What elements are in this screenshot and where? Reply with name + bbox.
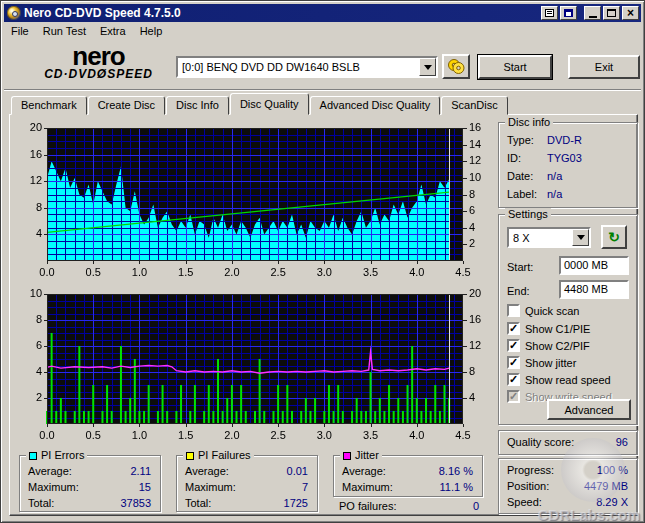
quality-score-label: Quality score: <box>507 436 574 448</box>
pi-errors-title: PI Errors <box>41 449 84 462</box>
pif-maximum-value: 7 <box>302 481 308 493</box>
pif-maximum-label: Maximum: <box>185 481 236 493</box>
advanced-button[interactable]: Advanced <box>547 399 631 420</box>
checkbox-show-read-speed[interactable]: Show read speed <box>507 372 611 387</box>
pie-average-label: Average: <box>28 465 72 477</box>
disc-id-value: TYG03 <box>547 152 582 164</box>
menu-run-test[interactable]: Run Test <box>36 23 93 39</box>
menu-extra[interactable]: Extra <box>93 23 133 39</box>
checkbox-icon <box>507 390 520 403</box>
pi-errors-group: PI Errors Average:2.11 Maximum:15 Total:… <box>19 455 161 512</box>
checkbox-icon[interactable] <box>507 373 520 386</box>
chevron-down-icon <box>424 65 432 70</box>
position-label: Position: <box>507 480 549 492</box>
checkbox-show-jitter[interactable]: Show jitter <box>507 355 576 370</box>
nero-logo-text: nero <box>31 45 166 67</box>
tab-benchmark[interactable]: Benchmark <box>11 96 87 115</box>
tab-scandisc[interactable]: ScanDisc <box>441 96 507 115</box>
maximize-button[interactable] <box>603 6 620 20</box>
jitter-average-label: Average: <box>342 465 386 477</box>
disc-date-label: Date: <box>507 170 533 182</box>
checkbox-show-c1-pie[interactable]: Show C1/PIE <box>507 321 590 336</box>
checkbox-icon[interactable] <box>507 339 520 352</box>
save-button[interactable] <box>560 6 577 20</box>
po-failures-row: PO failures: 0 <box>339 500 483 512</box>
minimize-icon <box>589 16 597 18</box>
disc-type-label: Type: <box>507 134 534 146</box>
refresh-button[interactable]: ↻ <box>601 225 627 249</box>
settings-title: Settings <box>505 208 551 221</box>
end-position-input[interactable]: 4480 MB <box>559 280 629 299</box>
progress-group: Progress:100 % Position:4479 MB Speed:8.… <box>498 458 638 514</box>
pi-errors-swatch-icon <box>29 452 37 460</box>
menu-bar: File Run Test Extra Help <box>4 22 641 40</box>
jitter-group: Jitter Average:8.16 % Maximum:11.1 % <box>333 455 483 497</box>
menu-file[interactable]: File <box>4 23 36 39</box>
checkbox-quick-scan[interactable]: Quick scan <box>507 303 579 318</box>
report-icon <box>545 9 554 17</box>
burn-tool-button[interactable] <box>442 54 470 79</box>
progress-value: 100 % <box>597 464 628 476</box>
pi-failures-swatch-icon <box>186 452 194 460</box>
jitter-swatch-icon <box>343 452 351 460</box>
po-failures-label: PO failures: <box>339 500 396 512</box>
start-button[interactable]: Start <box>478 55 552 79</box>
nero-logo: nero CD·DVDØSPEED <box>31 45 166 81</box>
disc-label-label: Label: <box>507 188 537 200</box>
start-position-input[interactable]: 0000 MB <box>559 256 629 275</box>
speed-label: Speed: <box>507 496 542 508</box>
close-icon: × <box>627 8 634 18</box>
app-icon <box>7 6 21 20</box>
pie-total-label: Total: <box>28 497 54 509</box>
position-value: 4479 MB <box>584 480 628 492</box>
maximize-icon <box>607 9 616 17</box>
pi-failures-title: PI Failures <box>198 449 251 462</box>
cddvdspeed-logo-text: CD·DVDØSPEED <box>31 67 166 81</box>
pi-failures-group: PI Failures Average:0.01 Maximum:7 Total… <box>176 455 318 512</box>
speed-select-value: 8 X <box>509 232 572 244</box>
menu-help[interactable]: Help <box>133 23 170 39</box>
drive-select-value: [0:0] BENQ DVD DD DW1640 BSLB <box>178 61 419 73</box>
drive-select[interactable]: [0:0] BENQ DVD DD DW1640 BSLB <box>176 56 438 78</box>
pie-maximum-label: Maximum: <box>28 481 79 493</box>
app-window: Nero CD-DVD Speed 4.7.5.0 × File Run Tes… <box>0 0 645 523</box>
window-title: Nero CD-DVD Speed 4.7.5.0 <box>24 6 539 20</box>
pie-average-value: 2.11 <box>130 465 151 477</box>
settings-group: Settings 8 X ↻ Start: 0000 MB End: 4480 … <box>498 214 638 425</box>
save-icon <box>564 9 573 17</box>
pif-average-value: 0.01 <box>287 465 308 477</box>
progress-label: Progress: <box>507 464 554 476</box>
pi-errors-chart <box>13 120 491 283</box>
tab-disc-info[interactable]: Disc Info <box>166 96 229 115</box>
checkbox-icon[interactable] <box>507 304 520 317</box>
pi-failures-chart <box>13 286 491 446</box>
minimize-button[interactable] <box>584 6 601 20</box>
report-button[interactable] <box>541 6 558 20</box>
quality-score-group: Quality score:96 <box>498 430 638 455</box>
disc-label-value: n/a <box>547 188 562 200</box>
speed-select-arrow[interactable] <box>572 229 589 246</box>
checkbox-icon[interactable] <box>507 322 520 335</box>
speed-select[interactable]: 8 X <box>507 227 591 248</box>
checkbox-icon[interactable] <box>507 356 520 369</box>
quality-score-value: 96 <box>616 436 628 448</box>
speed-value: 8.29 X <box>596 496 628 508</box>
drive-select-arrow[interactable] <box>419 58 436 76</box>
refresh-icon: ↻ <box>608 230 620 244</box>
tab-advanced-disc-quality[interactable]: Advanced Disc Quality <box>310 96 441 115</box>
tab-create-disc[interactable]: Create Disc <box>88 96 165 115</box>
exit-button[interactable]: Exit <box>568 55 640 79</box>
end-position-label: End: <box>507 285 530 297</box>
chevron-down-icon <box>577 235 585 240</box>
disc-date-value: n/a <box>547 170 562 182</box>
title-bar: Nero CD-DVD Speed 4.7.5.0 × <box>4 4 641 22</box>
po-failures-value: 0 <box>473 500 479 512</box>
disc-info-group: Disc info Type:DVD-R ID:TYG03 Date:n/a L… <box>498 122 638 208</box>
jitter-title: Jitter <box>355 449 379 462</box>
pif-total-value: 1725 <box>284 497 308 509</box>
checkbox-show-c2-pif[interactable]: Show C2/PIF <box>507 338 590 353</box>
tab-disc-quality[interactable]: Disc Quality <box>230 93 309 115</box>
pif-average-label: Average: <box>185 465 229 477</box>
jitter-maximum-value: 11.1 % <box>440 481 473 493</box>
close-button[interactable]: × <box>622 6 639 20</box>
